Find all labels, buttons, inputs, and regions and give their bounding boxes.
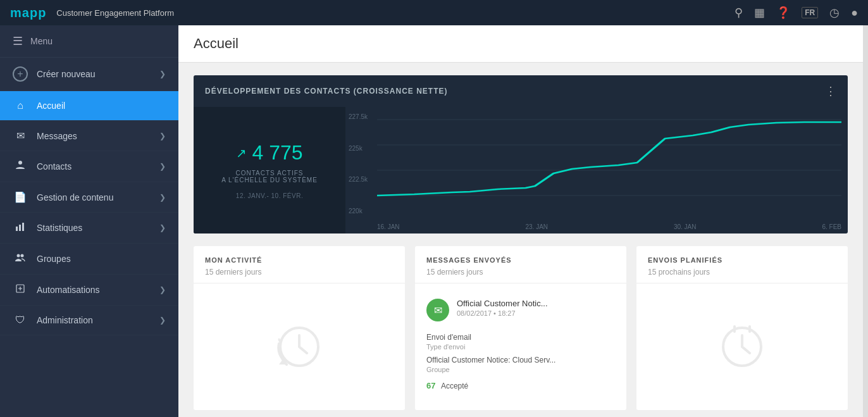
message-type-row: Envoi d'email bbox=[426, 333, 615, 342]
page-header: Accueil bbox=[178, 25, 863, 63]
page-title: Accueil bbox=[194, 35, 848, 52]
sidebar-item-automatisations[interactable]: Automatisations ❯ bbox=[0, 275, 178, 306]
content-area: Accueil DÉVELOPPEMENT DES CONTACTS (CROI… bbox=[178, 25, 863, 417]
message-group-row: Official Customer Notice: Cloud Serv... bbox=[426, 356, 615, 364]
messages-card: MESSAGES ENVOYÉS 15 derniers jours ✉ Off… bbox=[415, 246, 626, 410]
sidebar-item-label: Accueil bbox=[37, 101, 166, 111]
messages-title: MESSAGES ENVOYÉS bbox=[426, 256, 615, 264]
automation-icon bbox=[13, 283, 28, 296]
gestion-icon: 📄 bbox=[13, 191, 28, 203]
chart-title: DÉVELOPPEMENT DES CONTACTS (CROISSANCE N… bbox=[205, 87, 447, 96]
chart-body: ↗ 4 775 CONTACTS ACTIFS A L'ÉCHELLE DU S… bbox=[194, 107, 848, 233]
dashboard-content: DÉVELOPPEMENT DES CONTACTS (CROISSANCE N… bbox=[178, 63, 863, 417]
language-selector[interactable]: FR bbox=[802, 7, 818, 18]
hamburger-icon: ☰ bbox=[13, 34, 23, 48]
logo-area: mapp Customer Engagement Platform bbox=[10, 6, 174, 20]
contacts-icon bbox=[13, 160, 28, 173]
top-navigation: mapp Customer Engagement Platform ⚲ ▦ ❓ … bbox=[0, 0, 868, 25]
empty-state-icon bbox=[205, 294, 394, 400]
cards-row: MON ACTIVITÉ 15 derniers jours bbox=[194, 246, 848, 410]
activity-card: MON ACTIVITÉ 15 derniers jours bbox=[194, 246, 405, 410]
create-new-button[interactable]: + Créer nouveau ❯ bbox=[0, 58, 178, 91]
scrollbar-track[interactable] bbox=[863, 25, 868, 417]
message-title: Official Customer Notic... bbox=[457, 299, 615, 308]
activity-title: MON ACTIVITÉ bbox=[205, 256, 394, 264]
sidebar-item-contacts[interactable]: Contacts ❯ bbox=[0, 151, 178, 182]
arrow-icon: ❯ bbox=[159, 316, 166, 325]
x-axis-labels: 16. JAN 23. JAN 30. JAN 6. FEB bbox=[377, 223, 841, 230]
accepted-count: 67 bbox=[426, 381, 435, 390]
help-icon[interactable]: ❓ bbox=[776, 6, 790, 20]
search-icon[interactable]: ⚲ bbox=[735, 6, 743, 20]
message-type-label: Type d'envoi bbox=[426, 343, 615, 351]
messages-card-header: MESSAGES ENVOYÉS 15 derniers jours bbox=[415, 246, 626, 283]
chart-graph: 227.5k 225k 222.5k 220k bbox=[345, 107, 848, 233]
user-icon[interactable]: ● bbox=[851, 6, 858, 20]
sidebar-item-label: Groupes bbox=[37, 254, 166, 264]
activity-subtitle: 15 derniers jours bbox=[205, 268, 394, 277]
platform-name: Customer Engagement Platform bbox=[56, 8, 174, 18]
home-icon: ⌂ bbox=[13, 100, 28, 111]
chart-stat-panel: ↗ 4 775 CONTACTS ACTIFS A L'ÉCHELLE DU S… bbox=[194, 107, 345, 233]
sidebar-item-label: Statistiques bbox=[37, 223, 159, 233]
chart-stat-date: 12. JANV.- 10. FÉVR. bbox=[236, 192, 303, 199]
scheduled-card: ENVOIS PLANIFIÉS 15 prochains jours bbox=[636, 246, 848, 410]
message-accepted-row: 67 Accepté bbox=[426, 380, 615, 391]
sidebar-menu-label: Menu bbox=[30, 36, 53, 46]
sidebar: ☰ Menu + Créer nouveau ❯ ⌂ Accueil ✉ Mes… bbox=[0, 25, 178, 417]
sidebar-item-statistiques[interactable]: Statistiques ❯ bbox=[0, 213, 178, 244]
chart-menu-icon[interactable]: ⋮ bbox=[825, 84, 836, 98]
arrow-icon: ❯ bbox=[159, 285, 166, 294]
chart-stat-label: CONTACTS ACTIFS A L'ÉCHELLE DU SYSTÈME bbox=[221, 170, 318, 184]
message-date: 08/02/2017 • 18:27 bbox=[457, 309, 615, 317]
scheduled-body bbox=[636, 283, 848, 410]
sidebar-item-administration[interactable]: 🛡 Administration ❯ bbox=[0, 306, 178, 335]
sidebar-item-label: Administration bbox=[37, 315, 159, 325]
message-meta: Envoi d'email Type d'envoi Official Cust… bbox=[426, 333, 615, 391]
message-item[interactable]: ✉ Official Customer Notic... 08/02/2017 … bbox=[426, 294, 615, 327]
sidebar-item-accueil[interactable]: ⌂ Accueil bbox=[0, 91, 178, 121]
create-label: Créer nouveau bbox=[37, 69, 96, 79]
sidebar-item-label: Messages bbox=[37, 131, 159, 141]
main-layout: ☰ Menu + Créer nouveau ❯ ⌂ Accueil ✉ Mes… bbox=[0, 25, 868, 417]
sidebar-item-gestion[interactable]: 📄 Gestion de contenu ❯ bbox=[0, 182, 178, 213]
svg-point-4 bbox=[17, 254, 20, 258]
admin-icon: 🛡 bbox=[13, 314, 28, 326]
scheduled-subtitle: 15 prochains jours bbox=[648, 268, 836, 277]
stats-icon bbox=[13, 221, 28, 234]
apps-icon[interactable]: ▦ bbox=[754, 6, 765, 20]
groups-icon bbox=[13, 252, 28, 265]
email-icon: ✉ bbox=[434, 304, 442, 316]
arrow-icon: ❯ bbox=[159, 193, 166, 202]
messages-body: ✉ Official Customer Notic... 08/02/2017 … bbox=[415, 283, 626, 410]
create-arrow-icon: ❯ bbox=[159, 70, 166, 78]
svg-rect-3 bbox=[22, 223, 24, 231]
trend-up-icon: ↗ bbox=[236, 146, 247, 161]
arrow-icon: ❯ bbox=[159, 162, 166, 171]
sidebar-item-messages[interactable]: ✉ Messages ❯ bbox=[0, 121, 178, 151]
messages-icon: ✉ bbox=[13, 130, 28, 142]
messages-subtitle: 15 derniers jours bbox=[426, 268, 615, 277]
message-info: Official Customer Notic... 08/02/2017 • … bbox=[457, 299, 615, 317]
chart-line bbox=[377, 113, 841, 215]
sidebar-item-groupes[interactable]: Groupes bbox=[0, 244, 178, 275]
chart-stat-value: ↗ 4 775 bbox=[236, 141, 302, 165]
svg-point-5 bbox=[21, 254, 24, 258]
sidebar-item-label: Contacts bbox=[37, 161, 159, 171]
timer-icon[interactable]: ◷ bbox=[829, 6, 840, 20]
sidebar-menu-toggle[interactable]: ☰ Menu bbox=[0, 25, 178, 58]
svg-rect-0 bbox=[18, 161, 22, 165]
svg-rect-1 bbox=[16, 227, 18, 231]
activity-card-header: MON ACTIVITÉ 15 derniers jours bbox=[194, 246, 405, 283]
accepted-label: Accepté bbox=[441, 382, 468, 390]
chart-header: DÉVELOPPEMENT DES CONTACTS (CROISSANCE N… bbox=[194, 75, 848, 107]
svg-rect-2 bbox=[19, 225, 21, 231]
sidebar-item-label: Automatisations bbox=[37, 285, 159, 295]
scheduled-empty-icon bbox=[648, 294, 836, 400]
plus-icon: + bbox=[13, 66, 28, 82]
arrow-icon: ❯ bbox=[159, 132, 166, 140]
message-group-label: Groupe bbox=[426, 366, 615, 373]
sidebar-item-label: Gestion de contenu bbox=[37, 192, 159, 202]
scheduled-title: ENVOIS PLANIFIÉS bbox=[648, 256, 836, 264]
logo: mapp bbox=[10, 6, 46, 20]
